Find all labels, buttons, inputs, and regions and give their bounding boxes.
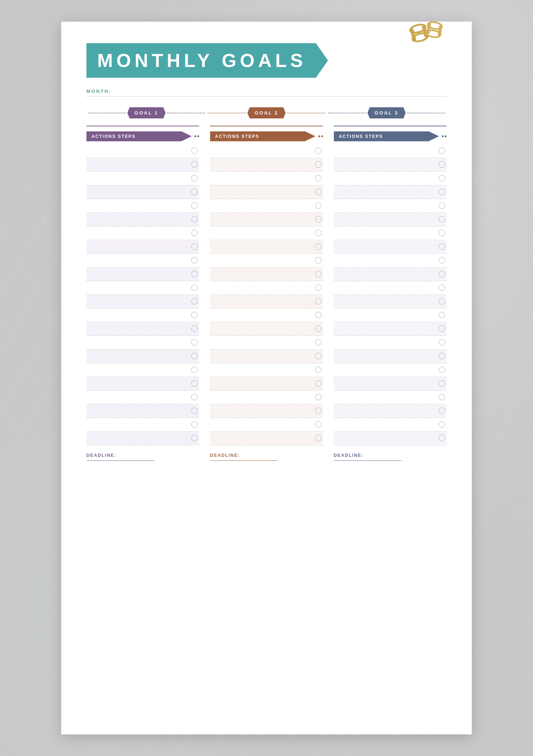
col3-check-15[interactable] xyxy=(439,339,445,346)
col3-row-20[interactable] xyxy=(334,404,447,418)
col3-check-14[interactable] xyxy=(439,325,445,332)
col2-row-19[interactable] xyxy=(210,391,323,404)
col3-check-20[interactable] xyxy=(439,408,445,414)
col2-check-15[interactable] xyxy=(315,339,322,346)
col1-check-14[interactable] xyxy=(191,325,198,332)
col1-row-8[interactable] xyxy=(86,240,199,254)
col2-row-1[interactable] xyxy=(210,144,323,158)
col2-row-5[interactable] xyxy=(210,199,323,213)
col3-check-9[interactable] xyxy=(439,257,445,264)
col1-check-12[interactable] xyxy=(191,298,198,305)
col1-check-11[interactable] xyxy=(191,284,198,291)
col1-row-9[interactable] xyxy=(86,254,199,267)
col3-row-13[interactable] xyxy=(334,309,447,322)
col1-check-21[interactable] xyxy=(191,421,198,428)
col1-row-18[interactable] xyxy=(86,377,199,391)
col3-row-12[interactable] xyxy=(334,295,447,309)
col1-check-5[interactable] xyxy=(191,202,198,209)
col3-check-10[interactable] xyxy=(439,271,445,277)
col1-check-2[interactable] xyxy=(191,161,198,168)
col1-check-10[interactable] xyxy=(191,271,198,277)
col3-row-6[interactable] xyxy=(334,213,447,226)
col3-row-22[interactable] xyxy=(334,432,447,445)
col3-row-16[interactable] xyxy=(334,350,447,363)
col1-check-9[interactable] xyxy=(191,257,198,264)
col1-check-7[interactable] xyxy=(191,230,198,236)
col1-row-4[interactable] xyxy=(86,185,199,199)
col1-check-17[interactable] xyxy=(191,366,198,373)
col1-row-2[interactable] xyxy=(86,158,199,172)
col1-check-3[interactable] xyxy=(191,175,198,181)
col2-check-12[interactable] xyxy=(315,298,322,305)
col2-row-13[interactable] xyxy=(210,309,323,322)
col2-row-12[interactable] xyxy=(210,295,323,309)
col2-row-15[interactable] xyxy=(210,336,323,350)
col1-row-5[interactable] xyxy=(86,199,199,213)
col3-check-2[interactable] xyxy=(439,161,445,168)
col1-row-15[interactable] xyxy=(86,336,199,350)
col3-check-7[interactable] xyxy=(439,230,445,236)
col1-row-17[interactable] xyxy=(86,363,199,377)
col3-row-15[interactable] xyxy=(334,336,447,350)
col2-check-1[interactable] xyxy=(315,148,322,154)
col2-check-14[interactable] xyxy=(315,325,322,332)
col3-row-1[interactable] xyxy=(334,144,447,158)
col3-row-4[interactable] xyxy=(334,185,447,199)
col3-row-18[interactable] xyxy=(334,377,447,391)
col2-row-11[interactable] xyxy=(210,281,323,295)
col1-row-3[interactable] xyxy=(86,172,199,185)
col3-check-18[interactable] xyxy=(439,380,445,387)
col3-check-21[interactable] xyxy=(439,421,445,428)
col3-check-16[interactable] xyxy=(439,353,445,359)
col1-row-20[interactable] xyxy=(86,404,199,418)
col2-check-5[interactable] xyxy=(315,202,322,209)
col1-check-20[interactable] xyxy=(191,408,198,414)
col1-row-6[interactable] xyxy=(86,213,199,226)
col1-check-18[interactable] xyxy=(191,380,198,387)
col2-row-8[interactable] xyxy=(210,240,323,254)
col3-row-5[interactable] xyxy=(334,199,447,213)
col1-row-16[interactable] xyxy=(86,350,199,363)
col2-row-17[interactable] xyxy=(210,363,323,377)
col1-row-21[interactable] xyxy=(86,418,199,432)
col3-row-19[interactable] xyxy=(334,391,447,404)
col2-check-4[interactable] xyxy=(315,189,322,195)
col3-row-8[interactable] xyxy=(334,240,447,254)
col2-check-2[interactable] xyxy=(315,161,322,168)
col3-check-22[interactable] xyxy=(439,435,445,441)
col3-row-9[interactable] xyxy=(334,254,447,267)
col1-check-1[interactable] xyxy=(191,148,198,154)
col2-check-3[interactable] xyxy=(315,175,322,181)
col1-row-14[interactable] xyxy=(86,322,199,336)
col3-check-5[interactable] xyxy=(439,202,445,209)
col1-check-16[interactable] xyxy=(191,353,198,359)
col2-check-9[interactable] xyxy=(315,257,322,264)
col2-row-4[interactable] xyxy=(210,185,323,199)
col1-row-22[interactable] xyxy=(86,432,199,445)
col1-row-19[interactable] xyxy=(86,391,199,404)
col2-check-11[interactable] xyxy=(315,284,322,291)
col1-check-19[interactable] xyxy=(191,394,198,400)
col2-row-7[interactable] xyxy=(210,226,323,240)
col2-check-17[interactable] xyxy=(315,366,322,373)
col2-row-14[interactable] xyxy=(210,322,323,336)
col3-check-13[interactable] xyxy=(439,312,445,318)
col3-row-7[interactable] xyxy=(334,226,447,240)
col2-check-21[interactable] xyxy=(315,421,322,428)
col2-check-22[interactable] xyxy=(315,435,322,441)
col2-check-7[interactable] xyxy=(315,230,322,236)
col3-check-11[interactable] xyxy=(439,284,445,291)
col3-row-10[interactable] xyxy=(334,267,447,281)
col3-row-2[interactable] xyxy=(334,158,447,172)
col3-row-11[interactable] xyxy=(334,281,447,295)
col1-check-4[interactable] xyxy=(191,189,198,195)
col2-check-20[interactable] xyxy=(315,408,322,414)
col1-row-1[interactable] xyxy=(86,144,199,158)
col2-check-8[interactable] xyxy=(315,243,322,250)
col2-row-18[interactable] xyxy=(210,377,323,391)
col2-row-10[interactable] xyxy=(210,267,323,281)
col1-check-8[interactable] xyxy=(191,243,198,250)
col3-check-4[interactable] xyxy=(439,189,445,195)
col2-row-22[interactable] xyxy=(210,432,323,445)
col2-check-19[interactable] xyxy=(315,394,322,400)
